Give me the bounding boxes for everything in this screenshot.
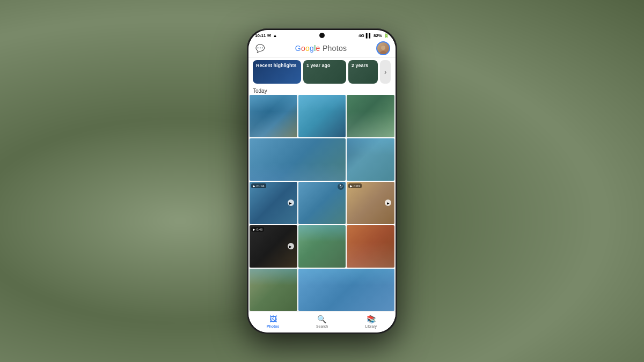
- library-nav-label: Library: [365, 324, 377, 328]
- title-rest: Photos: [320, 44, 347, 53]
- photo-cell-p6[interactable]: ▶ 01:34 ▶: [250, 182, 297, 224]
- title-o1: o: [301, 44, 305, 53]
- sky-overlay-p1: [250, 95, 297, 112]
- play-btn-p9[interactable]: ▶: [288, 243, 294, 249]
- section-today-label: Today: [248, 86, 396, 95]
- title-g2: g: [310, 44, 314, 53]
- memory-card-2year[interactable]: 2 years: [348, 60, 378, 84]
- app-title: Google Photos: [295, 44, 347, 53]
- photo-row-3: ▶ 01:34 ▶ ↻ ▶ 0:03 ▶: [250, 182, 394, 224]
- network-label: 4G: [358, 33, 364, 38]
- phone-body: 10:11 ✉ ▲ 4G ▌▌ 82% 🔋 💬 Google Ph: [247, 28, 397, 334]
- photo-cell-p9[interactable]: ▶ 0:46 ▶: [250, 225, 297, 268]
- user-avatar[interactable]: [376, 41, 390, 55]
- arch-overlay-p11: [347, 242, 394, 267]
- memory-card-2year-label: 2 years: [348, 60, 378, 71]
- photo-cell-p7[interactable]: ↻: [298, 182, 346, 224]
- search-nav-label: Search: [316, 324, 328, 328]
- phone-frame: 10:11 ✉ ▲ 4G ▌▌ 82% 🔋 💬 Google Ph: [247, 28, 397, 334]
- photo-cell-p2[interactable]: [298, 95, 346, 137]
- bottom-nav: 🖼 Photos 🔍 Search 📚 Library: [248, 311, 396, 333]
- signal-icon: ▌▌: [366, 33, 372, 38]
- memory-card-1year[interactable]: 1 year ago: [303, 60, 346, 84]
- photo-cell-p4[interactable]: [250, 138, 346, 181]
- app-header: 💬 Google Photos: [248, 39, 396, 58]
- memories-strip: Recent highlights 1 year ago 2 years ›: [248, 58, 396, 86]
- status-time: 10:11: [255, 33, 266, 38]
- search-nav-icon: 🔍: [317, 315, 326, 323]
- play-btn-p8[interactable]: ▶: [385, 200, 391, 206]
- video-badge-p6: ▶ 01:34: [251, 183, 266, 188]
- nav-search[interactable]: 🔍 Search: [297, 315, 346, 328]
- photo-cell-p1[interactable]: [250, 95, 297, 137]
- video-badge-p8: ▶ 0:03: [348, 183, 361, 188]
- sky-overlay-p2: [298, 95, 346, 112]
- title-o2: o: [305, 44, 310, 53]
- status-right: 4G ▌▌ 82% 🔋: [358, 33, 389, 38]
- memory-card-recent-label: Recent highlights: [253, 60, 301, 71]
- nav-photos[interactable]: 🖼 Photos: [248, 315, 297, 328]
- photo-cell-p8[interactable]: ▶ 0:03 ▶: [347, 182, 394, 224]
- status-left: 10:11 ✉ ▲: [255, 33, 277, 38]
- nav-library[interactable]: 📚 Library: [347, 315, 396, 328]
- photo-cell-p10[interactable]: [298, 225, 346, 268]
- message-button[interactable]: 💬: [254, 42, 266, 54]
- sky-overlay-p13: [298, 269, 394, 286]
- memory-card-recent[interactable]: Recent highlights: [253, 60, 301, 84]
- photo-cell-p11[interactable]: [347, 225, 394, 268]
- photo-cell-p3[interactable]: [347, 95, 394, 137]
- photo-row-1: [250, 95, 394, 137]
- title-e: e: [316, 44, 320, 53]
- message-icon: 💬: [255, 44, 265, 53]
- photo-cell-p12[interactable]: [250, 269, 297, 311]
- library-nav-icon: 📚: [367, 315, 376, 323]
- photo-row-5: [250, 269, 394, 311]
- wifi-icon: ▲: [273, 33, 277, 38]
- play-btn-p6[interactable]: ▶: [288, 200, 294, 206]
- arch-overlay-p3: [347, 112, 394, 137]
- mail-icon: ✉: [267, 33, 271, 38]
- sky-overlay-p10: [298, 225, 346, 242]
- memory-card-1year-label: 1 year ago: [303, 60, 346, 71]
- battery-label: 82%: [374, 33, 382, 38]
- photos-nav-icon: 🖼: [269, 315, 277, 323]
- arch-overlay-p1: [250, 112, 297, 137]
- sky-overlay-p12: [250, 269, 297, 286]
- motion-icon-p7: ↻: [338, 183, 344, 190]
- photo-row-4: ▶ 0:46 ▶: [250, 225, 394, 268]
- title-g: G: [295, 44, 301, 53]
- photos-nav-label: Photos: [267, 324, 280, 328]
- photo-cell-p13[interactable]: [298, 269, 394, 311]
- photo-cell-p5[interactable]: [347, 138, 394, 181]
- photo-grid: ▶ 01:34 ▶ ↻ ▶ 0:03 ▶ ▶ 0:46 ▶: [248, 95, 396, 311]
- svg-point-0: [381, 46, 385, 50]
- sky-overlay-p5: [347, 138, 394, 156]
- battery-icon: 🔋: [384, 33, 389, 38]
- svg-point-1: [380, 51, 386, 54]
- water-overlay-p4: [250, 164, 346, 181]
- phone-screen: 10:11 ✉ ▲ 4G ▌▌ 82% 🔋 💬 Google Ph: [248, 30, 396, 333]
- video-badge-p9: ▶ 0:46: [251, 227, 264, 232]
- camera-hole: [319, 33, 325, 38]
- memory-more-button[interactable]: ›: [380, 60, 391, 84]
- photo-row-2: [250, 138, 394, 181]
